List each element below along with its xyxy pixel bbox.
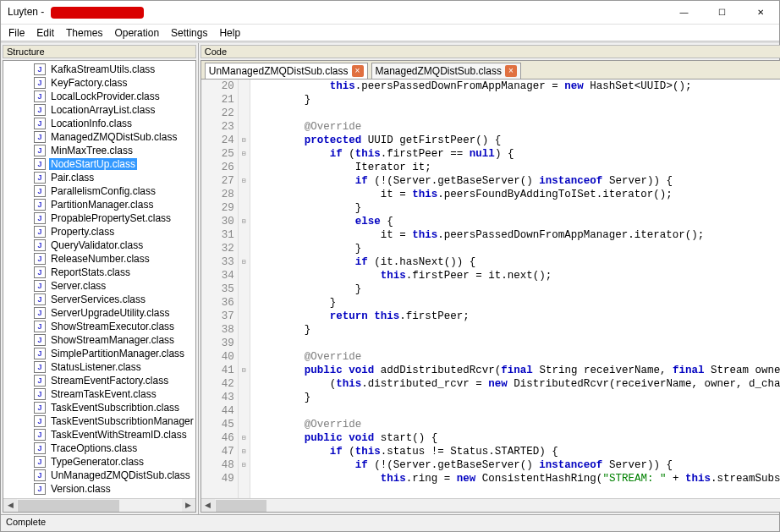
code-line[interactable]: else {	[254, 215, 780, 228]
tree-item-label: KafkaStreamUtils.class	[49, 63, 157, 75]
fold-gutter: ⊟⊟⊟⊟⊟⊟⊟⊟⊟	[239, 80, 250, 498]
code-line[interactable]: }	[254, 391, 780, 404]
tree-item[interactable]: JProperty.class	[3, 225, 195, 239]
minimize-button[interactable]: —	[665, 1, 703, 24]
menu-edit[interactable]: Edit	[30, 25, 60, 41]
code-line[interactable]: if (it.hasNext()) {	[254, 255, 780, 269]
tree-item[interactable]: JPropablePropertySet.class	[3, 211, 195, 225]
tree-item[interactable]: JLocalLockProvider.class	[3, 90, 195, 103]
tree-hscroll[interactable]: ◀ ▶	[3, 498, 195, 512]
menu-file[interactable]: File	[3, 25, 30, 41]
tree-item[interactable]: JQueryValidator.class	[3, 239, 195, 252]
code-line[interactable]: @Override	[254, 350, 780, 364]
code-line[interactable]	[254, 107, 780, 120]
tree-item-label: Version.class	[49, 483, 113, 495]
tree-item[interactable]: JTaskEventSubscribtionManager	[3, 414, 195, 428]
code-line[interactable]: it = this.peersFoundByAddingToISet.itera…	[254, 188, 780, 201]
scroll-thumb[interactable]	[18, 500, 119, 512]
tree-item[interactable]: JServerServices.class	[3, 293, 195, 306]
tree-item[interactable]: JKafkaStreamUtils.class	[3, 63, 195, 76]
code-line[interactable]: public void start() {	[254, 431, 780, 445]
scroll-left-icon[interactable]: ◀	[3, 499, 17, 513]
java-file-icon: J	[34, 429, 46, 441]
java-file-icon: J	[34, 280, 46, 292]
tree-item[interactable]: JMinMaxTree.class	[3, 144, 195, 157]
code-line[interactable]	[254, 404, 780, 418]
tree-item[interactable]: JParallelismConfig.class	[3, 184, 195, 198]
code-line[interactable]: if (!(Server.getBaseServer() instanceof …	[254, 174, 780, 188]
code-line[interactable]: if (this.status != Status.STARTED) {	[254, 445, 780, 458]
tree-item[interactable]: JServerUpgradeUtility.class	[3, 306, 195, 320]
tree-item[interactable]: JStreamTaskEvent.class	[3, 387, 195, 401]
java-file-icon: J	[34, 375, 46, 387]
java-file-icon: J	[34, 388, 46, 400]
tree-item[interactable]: JNodeStartUp.class	[3, 157, 195, 171]
java-file-icon: J	[34, 253, 46, 265]
tree-item-label: NodeStartUp.class	[49, 158, 137, 170]
code-line[interactable]: return this.firstPeer;	[254, 310, 780, 323]
tab-close-icon[interactable]: ×	[352, 65, 364, 77]
tree-item[interactable]: JTaskEventWithStreamID.class	[3, 428, 195, 442]
code-line[interactable]: public void addDistributedRcvr(final Str…	[254, 364, 780, 377]
editor-tab[interactable]: ManagedZMQDistSub.class×	[371, 63, 521, 79]
code-line[interactable]: }	[254, 323, 780, 337]
menu-help[interactable]: Help	[213, 25, 246, 41]
code-line[interactable]: @Override	[254, 418, 780, 431]
tree-item[interactable]: JShowStreamExecutor.class	[3, 320, 195, 333]
tree-item-label: LocalLockProvider.class	[49, 90, 162, 102]
close-button[interactable]: ✕	[741, 1, 779, 24]
tree-item[interactable]: JTraceOptions.class	[3, 442, 195, 455]
scroll-thumb[interactable]	[216, 500, 266, 512]
code-line[interactable]: protected UUID getFirstPeer() {	[254, 134, 780, 147]
tree-item[interactable]: JLocationArrayList.class	[3, 103, 195, 117]
code-line[interactable]: this.ring = new ConsistentHashRing("STRE…	[254, 472, 780, 485]
tree-item[interactable]: JVersion.class	[3, 482, 195, 496]
tree-item[interactable]: JKeyFactory.class	[3, 76, 195, 90]
code-line[interactable]: }	[254, 282, 780, 296]
code-hscroll[interactable]: ◀ ▶	[201, 498, 780, 512]
tree-item[interactable]: JTaskEventSubscribtion.class	[3, 401, 195, 414]
code-line[interactable]: }	[254, 93, 780, 107]
tree-item-label: UnManagedZMQDistSub.class	[49, 469, 192, 481]
file-tree[interactable]: JKafkaStreamUtils.classJKeyFactory.class…	[3, 61, 195, 498]
menu-settings[interactable]: Settings	[165, 25, 213, 41]
code-line[interactable]: (this.distributed_rcvr = new Distributed…	[254, 377, 780, 391]
scroll-left-icon[interactable]: ◀	[201, 499, 215, 513]
code-line[interactable]: @Override	[254, 120, 780, 134]
tree-item[interactable]: JPartitionManager.class	[3, 198, 195, 211]
tree-item[interactable]: JReleaseNumber.class	[3, 252, 195, 266]
tree-item[interactable]: JUnManagedZMQDistSub.class	[3, 469, 195, 482]
tree-item[interactable]: JSimplePartitionManager.class	[3, 347, 195, 360]
code-area[interactable]: this.peersPassedDownFromAppManager = new…	[250, 80, 780, 498]
tree-item[interactable]: JStatusListener.class	[3, 360, 195, 374]
tree-item-label: ShowStreamManager.class	[49, 334, 176, 346]
tree-item[interactable]: JShowStreamManager.class	[3, 333, 195, 347]
code-line[interactable]	[254, 337, 780, 350]
code-line[interactable]: Iterator it;	[254, 161, 780, 174]
menu-operation[interactable]: Operation	[108, 25, 165, 41]
tree-item-label: PropablePropertySet.class	[49, 212, 173, 224]
code-line[interactable]: this.firstPeer = it.next();	[254, 269, 780, 282]
tree-item[interactable]: JPair.class	[3, 171, 195, 184]
tree-item[interactable]: JServer.class	[3, 279, 195, 293]
code-line[interactable]: if (this.firstPeer == null) {	[254, 147, 780, 161]
tree-item[interactable]: JStreamEventFactory.class	[3, 374, 195, 387]
editor-tab[interactable]: UnManagedZMQDistSub.class×	[205, 63, 368, 79]
java-file-icon: J	[34, 348, 46, 359]
tree-item[interactable]: JTypeGenerator.class	[3, 455, 195, 469]
scroll-right-icon[interactable]: ▶	[182, 499, 195, 513]
code-line[interactable]: it = this.peersPassedDownFromAppManager.…	[254, 228, 780, 242]
java-file-icon: J	[34, 334, 46, 346]
code-line[interactable]: this.peersPassedDownFromAppManager = new…	[254, 80, 780, 93]
code-line[interactable]: }	[254, 242, 780, 255]
maximize-button[interactable]: ☐	[703, 1, 741, 24]
java-file-icon: J	[34, 456, 46, 468]
tab-close-icon[interactable]: ×	[505, 65, 517, 77]
code-line[interactable]: }	[254, 296, 780, 310]
tree-item[interactable]: JManagedZMQDistSub.class	[3, 130, 195, 144]
tree-item[interactable]: JReportStats.class	[3, 266, 195, 279]
menu-themes[interactable]: Themes	[60, 25, 108, 41]
code-line[interactable]: }	[254, 201, 780, 215]
tree-item[interactable]: JLocationInfo.class	[3, 117, 195, 130]
code-line[interactable]: if (!(Server.getBaseServer() instanceof …	[254, 458, 780, 472]
